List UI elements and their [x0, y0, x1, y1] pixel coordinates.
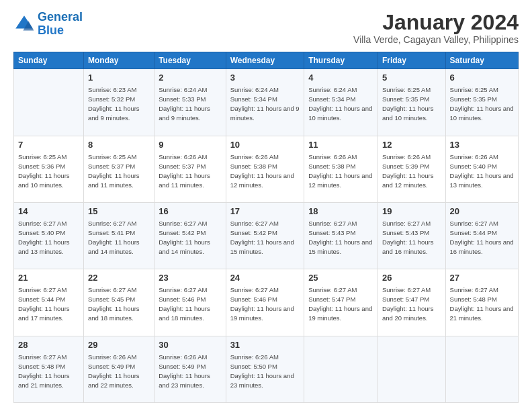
day-number: 20: [450, 205, 514, 218]
day-number: 13: [450, 139, 514, 151]
cell-info: Sunrise: 6:26 AMSunset: 5:39 PMDaylight:…: [382, 153, 434, 189]
calendar-body: 1Sunrise: 6:23 AMSunset: 5:32 PMDaylight…: [14, 69, 519, 403]
cell-info: Sunrise: 6:27 AMSunset: 5:48 PMDaylight:…: [18, 353, 70, 389]
page: General Blue January 2024 Villa Verde, C…: [0, 0, 532, 411]
cell-info: Sunrise: 6:24 AMSunset: 5:33 PMDaylight:…: [159, 86, 210, 122]
day-number: 2: [159, 72, 221, 84]
cell-r3-c5: 26Sunrise: 6:27 AMSunset: 5:47 PMDayligh…: [378, 269, 445, 336]
day-number: 6: [450, 72, 514, 84]
cell-r4-c1: 29Sunrise: 6:26 AMSunset: 5:49 PMDayligh…: [84, 336, 154, 402]
cell-info: Sunrise: 6:26 AMSunset: 5:37 PMDaylight:…: [159, 153, 210, 189]
calendar-row-2: 14Sunrise: 6:27 AMSunset: 5:40 PMDayligh…: [14, 202, 519, 269]
cell-info: Sunrise: 6:27 AMSunset: 5:45 PMDaylight:…: [88, 286, 140, 322]
cell-r0-c0: [14, 69, 84, 136]
cell-r4-c5: [378, 336, 445, 402]
col-wednesday: Wednesday: [226, 52, 304, 69]
cell-r1-c2: 9Sunrise: 6:26 AMSunset: 5:37 PMDaylight…: [154, 136, 226, 202]
day-number: 12: [382, 139, 441, 151]
cell-r2-c3: 17Sunrise: 6:27 AMSunset: 5:42 PMDayligh…: [226, 202, 304, 269]
cell-info: Sunrise: 6:25 AMSunset: 5:36 PMDaylight:…: [18, 153, 70, 189]
day-number: 17: [230, 205, 300, 218]
calendar-row-4: 28Sunrise: 6:27 AMSunset: 5:48 PMDayligh…: [14, 336, 519, 402]
cell-r1-c1: 8Sunrise: 6:25 AMSunset: 5:37 PMDaylight…: [84, 136, 154, 202]
day-number: 16: [159, 205, 221, 218]
cell-r0-c2: 2Sunrise: 6:24 AMSunset: 5:33 PMDaylight…: [154, 69, 226, 136]
cell-r1-c5: 12Sunrise: 6:26 AMSunset: 5:39 PMDayligh…: [378, 136, 445, 202]
cell-r0-c4: 4Sunrise: 6:24 AMSunset: 5:34 PMDaylight…: [304, 69, 378, 136]
cell-r3-c0: 21Sunrise: 6:27 AMSunset: 5:44 PMDayligh…: [14, 269, 84, 336]
subtitle: Villa Verde, Cagayan Valley, Philippines: [353, 34, 519, 45]
cell-r3-c1: 22Sunrise: 6:27 AMSunset: 5:45 PMDayligh…: [84, 269, 154, 336]
header: General Blue January 2024 Villa Verde, C…: [13, 11, 519, 45]
cell-info: Sunrise: 6:27 AMSunset: 5:43 PMDaylight:…: [308, 220, 372, 255]
cell-r3-c6: 27Sunrise: 6:27 AMSunset: 5:48 PMDayligh…: [445, 269, 518, 336]
day-number: 15: [88, 205, 150, 218]
calendar-header: Sunday Monday Tuesday Wednesday Thursday…: [14, 52, 519, 69]
day-number: 3: [230, 72, 300, 84]
cell-r3-c4: 25Sunrise: 6:27 AMSunset: 5:47 PMDayligh…: [304, 269, 378, 336]
cell-info: Sunrise: 6:26 AMSunset: 5:49 PMDaylight:…: [88, 353, 140, 389]
main-title: January 2024: [353, 11, 519, 34]
logo-general: General: [38, 10, 83, 24]
cell-info: Sunrise: 6:27 AMSunset: 5:41 PMDaylight:…: [88, 220, 140, 255]
cell-r0-c1: 1Sunrise: 6:23 AMSunset: 5:32 PMDaylight…: [84, 69, 154, 136]
cell-r2-c6: 20Sunrise: 6:27 AMSunset: 5:44 PMDayligh…: [445, 202, 518, 269]
cell-info: Sunrise: 6:24 AMSunset: 5:34 PMDaylight:…: [230, 86, 300, 122]
cell-r2-c1: 15Sunrise: 6:27 AMSunset: 5:41 PMDayligh…: [84, 202, 154, 269]
header-row: Sunday Monday Tuesday Wednesday Thursday…: [14, 52, 519, 69]
logo-blue: Blue: [38, 24, 64, 37]
cell-r4-c2: 30Sunrise: 6:26 AMSunset: 5:49 PMDayligh…: [154, 336, 226, 402]
logo-icon: [13, 13, 35, 35]
cell-info: Sunrise: 6:26 AMSunset: 5:50 PMDaylight:…: [230, 353, 294, 389]
cell-r0-c5: 5Sunrise: 6:25 AMSunset: 5:35 PMDaylight…: [378, 69, 445, 136]
cell-r1-c6: 13Sunrise: 6:26 AMSunset: 5:40 PMDayligh…: [445, 136, 518, 202]
day-number: 14: [18, 205, 79, 218]
day-number: 30: [159, 339, 221, 351]
cell-info: Sunrise: 6:27 AMSunset: 5:44 PMDaylight:…: [450, 220, 514, 255]
cell-r2-c5: 19Sunrise: 6:27 AMSunset: 5:43 PMDayligh…: [378, 202, 445, 269]
cell-r3-c3: 24Sunrise: 6:27 AMSunset: 5:46 PMDayligh…: [226, 269, 304, 336]
cell-r1-c3: 10Sunrise: 6:26 AMSunset: 5:38 PMDayligh…: [226, 136, 304, 202]
cell-info: Sunrise: 6:26 AMSunset: 5:49 PMDaylight:…: [159, 353, 210, 389]
cell-r2-c4: 18Sunrise: 6:27 AMSunset: 5:43 PMDayligh…: [304, 202, 378, 269]
cell-info: Sunrise: 6:24 AMSunset: 5:34 PMDaylight:…: [308, 86, 372, 122]
day-number: 23: [159, 272, 221, 284]
cell-r2-c0: 14Sunrise: 6:27 AMSunset: 5:40 PMDayligh…: [14, 202, 84, 269]
cell-r1-c4: 11Sunrise: 6:26 AMSunset: 5:38 PMDayligh…: [304, 136, 378, 202]
col-tuesday: Tuesday: [154, 52, 226, 69]
logo: General Blue: [13, 11, 83, 38]
cell-info: Sunrise: 6:26 AMSunset: 5:38 PMDaylight:…: [308, 153, 372, 189]
cell-r0-c3: 3Sunrise: 6:24 AMSunset: 5:34 PMDaylight…: [226, 69, 304, 136]
logo-text: General Blue: [38, 11, 83, 38]
day-number: 22: [88, 272, 150, 284]
day-number: 24: [230, 272, 300, 284]
cell-r2-c2: 16Sunrise: 6:27 AMSunset: 5:42 PMDayligh…: [154, 202, 226, 269]
day-number: 25: [308, 272, 373, 284]
day-number: 8: [88, 139, 150, 151]
day-number: 9: [159, 139, 221, 151]
calendar-table: Sunday Monday Tuesday Wednesday Thursday…: [13, 52, 519, 403]
col-sunday: Sunday: [14, 52, 84, 69]
cell-info: Sunrise: 6:27 AMSunset: 5:44 PMDaylight:…: [18, 286, 70, 322]
cell-r4-c6: [445, 336, 518, 402]
cell-r3-c2: 23Sunrise: 6:27 AMSunset: 5:46 PMDayligh…: [154, 269, 226, 336]
cell-info: Sunrise: 6:27 AMSunset: 5:43 PMDaylight:…: [382, 220, 434, 255]
cell-info: Sunrise: 6:27 AMSunset: 5:42 PMDaylight:…: [159, 220, 210, 255]
cell-r4-c3: 31Sunrise: 6:26 AMSunset: 5:50 PMDayligh…: [226, 336, 304, 402]
day-number: 18: [308, 205, 373, 218]
col-friday: Friday: [378, 52, 445, 69]
day-number: 21: [18, 272, 79, 284]
cell-info: Sunrise: 6:26 AMSunset: 5:40 PMDaylight:…: [450, 153, 514, 189]
calendar-row-0: 1Sunrise: 6:23 AMSunset: 5:32 PMDaylight…: [14, 69, 519, 136]
cell-info: Sunrise: 6:23 AMSunset: 5:32 PMDaylight:…: [88, 86, 140, 122]
cell-info: Sunrise: 6:25 AMSunset: 5:35 PMDaylight:…: [450, 86, 514, 122]
cell-r1-c0: 7Sunrise: 6:25 AMSunset: 5:36 PMDaylight…: [14, 136, 84, 202]
calendar-row-1: 7Sunrise: 6:25 AMSunset: 5:36 PMDaylight…: [14, 136, 519, 202]
cell-r4-c4: [304, 336, 378, 402]
day-number: 28: [18, 339, 79, 351]
cell-info: Sunrise: 6:25 AMSunset: 5:35 PMDaylight:…: [382, 86, 434, 122]
cell-info: Sunrise: 6:27 AMSunset: 5:46 PMDaylight:…: [159, 286, 210, 322]
col-monday: Monday: [84, 52, 154, 69]
col-thursday: Thursday: [304, 52, 378, 69]
cell-info: Sunrise: 6:27 AMSunset: 5:40 PMDaylight:…: [18, 220, 70, 255]
